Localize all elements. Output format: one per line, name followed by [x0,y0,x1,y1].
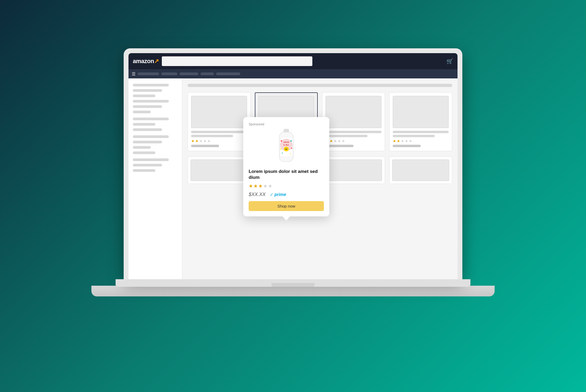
star-empty: ★ [199,139,203,143]
sidebar-line [133,151,155,154]
product-card-3[interactable]: ★ ★ ★ ★ ★ [322,92,385,151]
svg-point-10 [280,148,282,150]
star-empty: ★ [401,139,404,143]
nav-item-5 [216,72,240,75]
laptop-container: amazon↗ 🛒 ☰ [110,48,476,344]
laptop-bottom-bezel [116,279,470,287]
star-empty: ★ [405,139,408,143]
sponsored-label: Sponsored [249,122,324,126]
svg-text:JACK: JACK [283,141,289,143]
product-title-line [393,131,449,133]
popup-star-half: ★ [258,183,263,189]
sidebar-line [133,100,169,103]
product-card-5[interactable] [188,157,251,184]
popup-product-title: Lorem ipsum dolor sit amet sed dium [249,169,324,180]
star-empty: ★ [409,139,412,143]
product-image-7 [325,159,382,181]
star-filled: ★ [397,139,400,143]
product-card-4[interactable]: ★ ★ ★ ★ ★ [389,92,452,151]
prime-label: prime [274,192,286,197]
sidebar-line [133,84,169,86]
sidebar-line [133,146,151,149]
star-filled: ★ [191,139,195,143]
sidebar-line [133,123,155,126]
product-card-1[interactable]: ★ ★ ★ ★ ★ [188,92,251,151]
nav-item-4 [201,72,214,75]
star-filled: ★ [195,139,199,143]
product-card-7[interactable] [322,157,385,184]
sidebar-line [133,105,162,108]
svg-point-13 [290,153,291,154]
popup-star-empty: ★ [263,183,267,189]
sidebar-line [133,128,162,131]
product-image-1 [191,96,247,128]
product-image-5 [191,159,248,181]
svg-point-9 [290,140,292,142]
screen-bezel: amazon↗ 🛒 ☰ [124,48,462,279]
product-card-8[interactable] [389,157,452,184]
product-title-line [191,135,233,137]
laptop-base [91,286,495,296]
sidebar-line [133,169,155,172]
product-image-8 [392,159,449,181]
shop-now-button[interactable]: Shop now [249,201,324,211]
sidebar-line [133,141,162,143]
sidebar-line [133,95,155,97]
product-image-3 [326,96,381,128]
popup-price: $XX.XX [249,192,266,197]
sidebar [128,78,182,279]
amazon-logo: amazon↗ [133,58,159,65]
star-empty: ★ [342,139,345,143]
amazon-nav: ☰ [128,69,458,78]
svg-point-11 [291,148,292,149]
nav-item-3 [180,72,198,75]
sidebar-line [133,111,151,113]
product-title-line [326,131,381,133]
product-title-line [393,135,435,137]
star-empty: ★ [203,139,207,143]
svg-point-8 [281,140,282,142]
popup-star-empty: ★ [268,183,272,189]
star-empty: ★ [207,139,211,143]
svg-text:60: 60 [285,148,287,150]
cart-icon[interactable]: 🛒 [446,58,453,64]
sidebar-line [133,118,169,120]
search-bar[interactable] [162,56,312,66]
product-title-line [326,135,367,137]
svg-text:& JILL: & JILL [283,144,289,146]
product-stars-4: ★ ★ ★ ★ ★ [393,139,449,143]
product-bottle-image: JACK & JILL 60 [276,129,297,164]
sidebar-line [133,89,162,92]
products-area: ★ ★ ★ ★ ★ [182,78,458,279]
product-stars-1: ★ ★ ★ ★ ★ [191,139,247,143]
amazon-logo-arrow: ↗ [154,58,159,64]
popup-star-filled: ★ [249,183,253,189]
product-stars-3: ★ ★ ★ ★ ★ [326,139,381,143]
star-empty: ★ [338,139,341,143]
svg-point-12 [282,153,283,154]
prime-badge: ✓ prime [270,192,286,197]
product-grid-row1: ★ ★ ★ ★ ★ [188,92,452,151]
nav-item-1 [138,72,159,75]
product-card-2[interactable]: Sponsored [255,92,318,151]
main-content: ★ ★ ★ ★ ★ [128,78,458,279]
product-price-4 [393,145,421,147]
popup-star-filled: ★ [253,183,258,189]
star-filled: ★ [330,139,333,143]
hamburger-menu-icon[interactable]: ☰ [132,71,135,77]
nav-item-2 [161,72,177,75]
sponsored-popup: Sponsored [243,117,329,216]
search-result-bar [188,84,452,87]
product-price-1 [191,145,219,147]
sidebar-line [133,135,169,138]
product-image-4 [393,96,449,128]
star-empty: ★ [334,139,337,143]
product-title-line [191,131,247,133]
popup-stars: ★ ★ ★ ★ ★ [249,183,324,189]
product-price-3 [326,145,353,147]
sidebar-line [133,158,169,161]
sidebar-line [133,164,162,166]
star-filled: ★ [393,139,396,143]
popup-price-row: $XX.XX ✓ prime [249,192,324,197]
prime-checkmark-icon: ✓ [270,192,273,197]
